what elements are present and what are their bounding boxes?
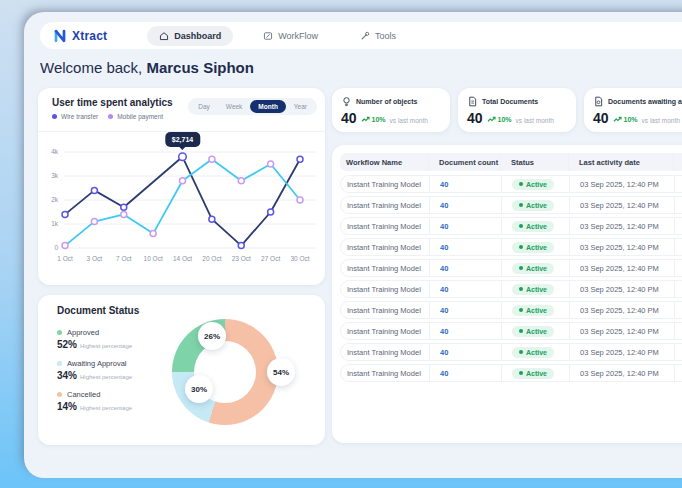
status-badge: Active bbox=[512, 242, 554, 253]
workflow-name-cell: Instant Training Model bbox=[341, 197, 429, 213]
top-nav: Xtract Dashboard WorkFlow bbox=[40, 22, 682, 49]
status-legend-value: 34% bbox=[57, 370, 77, 381]
document-count-cell: 40 bbox=[429, 218, 501, 234]
svg-text:2k: 2k bbox=[51, 196, 59, 203]
stat-value: 40 bbox=[593, 110, 609, 126]
table-row[interactable]: Instant Training Model 40 Active 03 Sep … bbox=[340, 175, 682, 193]
stat-label: Total Documents bbox=[482, 98, 538, 105]
svg-text:20 Oct: 20 Oct bbox=[202, 255, 221, 262]
table-row[interactable]: Instant Training Model 40 Active 03 Sep … bbox=[340, 343, 682, 361]
status-legend-caption: Highest percentage bbox=[80, 405, 132, 411]
stat-delta-value: 10% bbox=[624, 116, 638, 123]
status-legend-dot bbox=[57, 392, 62, 397]
tools-icon bbox=[360, 31, 370, 41]
last-activity-cell: 03 Sep 2025, 12:40 PM bbox=[569, 197, 674, 213]
details-cell bbox=[674, 260, 682, 276]
logo[interactable]: Xtract bbox=[52, 28, 107, 44]
last-activity-cell: 03 Sep 2025, 12:40 PM bbox=[569, 176, 674, 192]
svg-text:4k: 4k bbox=[51, 148, 59, 155]
svg-text:30 Oct: 30 Oct bbox=[290, 255, 309, 262]
stat-delta: 10% bbox=[487, 116, 512, 123]
document-count-cell: 40 bbox=[429, 281, 501, 297]
workflow-name-cell: Instant Training Model bbox=[341, 302, 429, 318]
stat-value: 40 bbox=[341, 110, 357, 126]
workflow-name-cell: Instant Training Model bbox=[341, 344, 429, 360]
table-row[interactable]: Instant Training Model 40 Active 03 Sep … bbox=[340, 238, 682, 256]
table-header: Workflow Name Document count Status Last… bbox=[340, 153, 682, 171]
workflow-name-cell: Instant Training Model bbox=[341, 218, 429, 234]
table-rows: Instant Training Model 40 Active 03 Sep … bbox=[340, 175, 682, 382]
status-cell: Active bbox=[501, 197, 569, 213]
document-count-cell: 40 bbox=[429, 323, 501, 339]
status-badge: Active bbox=[512, 221, 554, 232]
table-row[interactable]: Instant Training Model 40 Active 03 Sep … bbox=[340, 217, 682, 235]
welcome-prefix: Welcome back, bbox=[40, 59, 146, 76]
status-legend-value: 14% bbox=[57, 401, 77, 412]
stat-delta: 10% bbox=[613, 116, 638, 123]
nav-item-dashboard[interactable]: Dashboard bbox=[147, 26, 233, 46]
svg-text:10 Oct: 10 Oct bbox=[144, 255, 163, 262]
stat-delta-value: 10% bbox=[372, 116, 386, 123]
table-row[interactable]: Instant Training Model 40 Active 03 Sep … bbox=[340, 364, 682, 382]
status-badge: Active bbox=[512, 200, 554, 211]
document-count-cell: 40 bbox=[429, 344, 501, 360]
status-legend-cancelled: Cancelled 14%Highest percentage bbox=[57, 390, 132, 412]
nav-item-tools[interactable]: Tools bbox=[348, 26, 408, 46]
document-count-cell: 40 bbox=[429, 302, 501, 318]
table-row[interactable]: Instant Training Model 40 Active 03 Sep … bbox=[340, 196, 682, 214]
last-activity-cell: 03 Sep 2025, 12:40 PM bbox=[569, 260, 674, 276]
status-badge: Active bbox=[512, 179, 554, 190]
approval-document-icon bbox=[593, 96, 604, 107]
status-cell: Active bbox=[501, 344, 569, 360]
column-header-workflow-name: Workflow Name bbox=[340, 153, 428, 171]
svg-text:3k: 3k bbox=[51, 172, 59, 179]
table-row[interactable]: Instant Training Model 40 Active 03 Sep … bbox=[340, 322, 682, 340]
details-cell bbox=[674, 197, 682, 213]
status-legend-awaiting: Awaiting Approval 34%Highest percentage bbox=[57, 359, 132, 381]
workflow-name-cell: Instant Training Model bbox=[341, 176, 429, 192]
column-header-status: Status bbox=[500, 153, 568, 171]
details-cell bbox=[674, 323, 682, 339]
nav-item-workflow[interactable]: WorkFlow bbox=[251, 26, 330, 46]
status-cell: Active bbox=[501, 323, 569, 339]
stat-delta-value: 10% bbox=[498, 116, 512, 123]
last-activity-cell: 03 Sep 2025, 12:40 PM bbox=[569, 302, 674, 318]
details-cell bbox=[674, 281, 682, 297]
workflow-name-cell: Instant Training Model bbox=[341, 365, 429, 381]
welcome-user-name: Marcus Siphon bbox=[146, 59, 254, 76]
status-cell: Active bbox=[501, 365, 569, 381]
bulb-icon bbox=[341, 96, 352, 107]
workflow-table-card: Workflow Name Document count Status Last… bbox=[332, 145, 682, 443]
stat-label: Documents awaiting approval bbox=[608, 98, 682, 105]
details-cell bbox=[674, 176, 682, 192]
status-legend-caption: Highest percentage bbox=[80, 374, 132, 380]
svg-text:14 Oct: 14 Oct bbox=[173, 255, 192, 262]
column-header-document-count: Document count bbox=[428, 153, 500, 171]
status-dot-icon bbox=[519, 287, 523, 291]
status-cell: Active bbox=[501, 239, 569, 255]
svg-text:27 Oct: 27 Oct bbox=[261, 255, 280, 262]
logo-n-icon bbox=[52, 28, 68, 44]
table-row[interactable]: Instant Training Model 40 Active 03 Sep … bbox=[340, 280, 682, 298]
stat-delta: 10% bbox=[361, 116, 386, 123]
svg-text:1k: 1k bbox=[51, 220, 59, 227]
stat-label: Number of objects bbox=[356, 98, 417, 105]
last-activity-cell: 03 Sep 2025, 12:40 PM bbox=[569, 239, 674, 255]
svg-text:0: 0 bbox=[54, 244, 58, 251]
trend-up-icon bbox=[487, 116, 496, 123]
workflow-name-cell: Instant Training Model bbox=[341, 281, 429, 297]
svg-text:1 Oct: 1 Oct bbox=[57, 255, 73, 262]
document-count-cell: 40 bbox=[429, 260, 501, 276]
table-row[interactable]: Instant Training Model 40 Active 03 Sep … bbox=[340, 259, 682, 277]
document-count-cell: 40 bbox=[429, 239, 501, 255]
document-icon bbox=[467, 96, 478, 107]
svg-text:3 Oct: 3 Oct bbox=[87, 255, 103, 262]
status-dot-icon bbox=[519, 245, 523, 249]
table-row[interactable]: Instant Training Model 40 Active 03 Sep … bbox=[340, 301, 682, 319]
main-panel: Xtract Dashboard WorkFlow bbox=[24, 12, 682, 478]
status-badge: Active bbox=[512, 326, 554, 337]
document-count-cell: 40 bbox=[429, 197, 501, 213]
status-cell: Active bbox=[501, 218, 569, 234]
status-badge: Active bbox=[512, 368, 554, 379]
last-activity-cell: 03 Sep 2025, 12:40 PM bbox=[569, 365, 674, 381]
